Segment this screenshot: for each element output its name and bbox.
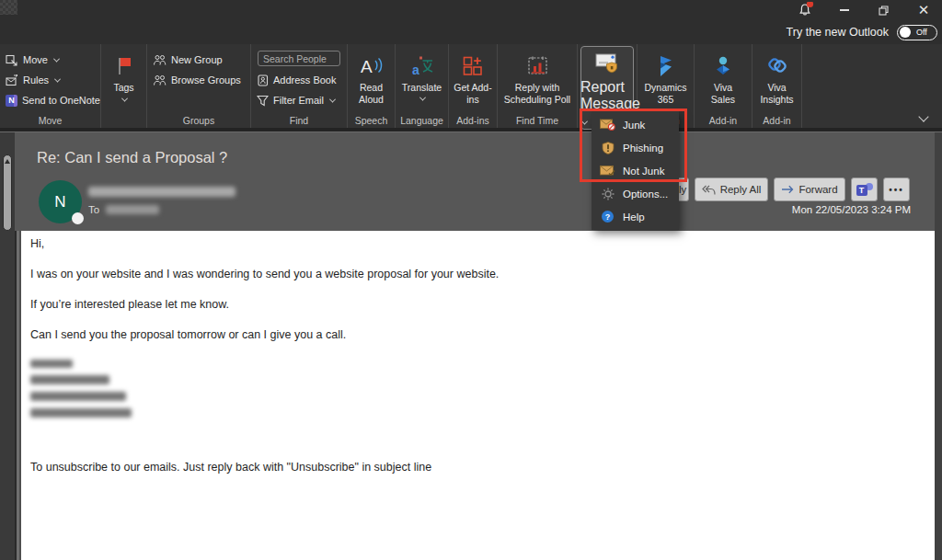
- group-label-addins: Add-ins: [449, 115, 497, 126]
- new-outlook-toggle[interactable]: Off: [897, 25, 937, 40]
- ribbon-group-move: Move Rules N Send to OneNote: [0, 44, 101, 128]
- ribbon-group-groups: New Group Browse Groups Groups: [147, 44, 251, 128]
- group-label-viva-insights: Add-in: [752, 115, 801, 126]
- try-new-outlook-label: Try the new Outlook: [787, 26, 889, 39]
- ribbon-group-speech: A Read Aloud Speech: [348, 44, 396, 128]
- menu-item-not-junk[interactable]: Not Junk: [592, 159, 679, 182]
- junk-envelope-icon: [600, 119, 615, 131]
- body-paragraph: Hi,: [30, 238, 925, 250]
- avatar-initial: N: [54, 193, 65, 211]
- send-to-onenote-button[interactable]: N Send to OneNote: [0, 90, 100, 110]
- forward-button[interactable]: Forward: [774, 177, 845, 201]
- restore-button[interactable]: [869, 0, 897, 20]
- ribbon-group-viva-insights: Viva Insights Add-in: [752, 44, 802, 128]
- scrollbar-thumb[interactable]: [3, 154, 12, 231]
- menu-item-help[interactable]: ? Help: [592, 205, 679, 228]
- chevron-down-icon: [581, 119, 588, 125]
- group-label-speech: Speech: [348, 115, 395, 126]
- ribbon-group-addins: Get Add-ins Add-ins: [449, 44, 498, 128]
- message-timestamp: Mon 22/05/2023 3:24 PM: [792, 204, 911, 215]
- signature-redacted: [30, 375, 109, 384]
- teams-icon: T: [856, 183, 873, 197]
- search-people-input[interactable]: [258, 51, 340, 66]
- group-label-move: Move: [0, 115, 100, 126]
- viva-sales-icon: [712, 51, 734, 82]
- address-book-button[interactable]: Address Book: [251, 70, 347, 90]
- unsubscribe-line: To unsubscribe to our emails. Just reply…: [30, 462, 925, 474]
- more-actions-button[interactable]: •••: [883, 177, 910, 201]
- group-label-find-time: Find Time: [498, 115, 577, 126]
- not-junk-envelope-icon: [600, 165, 615, 177]
- titlebar: ✕: [0, 0, 942, 20]
- rules-button[interactable]: Rules: [0, 70, 100, 90]
- menu-item-phishing[interactable]: Phishing: [592, 136, 679, 159]
- new-group-button[interactable]: New Group: [147, 50, 250, 70]
- menu-item-options[interactable]: Options...: [592, 182, 679, 205]
- toggle-state-label: Off: [916, 28, 927, 37]
- chevron-down-icon: [53, 55, 60, 62]
- sender-email-redacted: [88, 187, 236, 197]
- svg-text:a: a: [412, 63, 419, 77]
- more-actions-icon: •••: [889, 185, 904, 195]
- dynamics-365-icon: [656, 51, 676, 82]
- filter-email-button[interactable]: Filter Email: [251, 90, 347, 110]
- chevron-down-icon: [419, 95, 426, 101]
- tags-flag-icon: [115, 56, 133, 76]
- ribbon-group-language: a Translate Language: [396, 44, 449, 128]
- address-book-icon: [257, 74, 269, 86]
- body-paragraph: I was on your website and I was wonderin…: [30, 269, 925, 280]
- translate-icon: a: [411, 51, 433, 82]
- options-gear-icon: [600, 188, 615, 200]
- browse-groups-button[interactable]: Browse Groups: [147, 70, 250, 90]
- avatar[interactable]: N: [39, 180, 82, 223]
- scroll-up-arrow-icon: [5, 159, 10, 164]
- viva-insights-icon: [765, 51, 789, 82]
- phishing-shield-icon: [600, 142, 615, 154]
- body-paragraph: If you’re interested please let me know.: [30, 299, 925, 311]
- ribbon-group-find: Address Book Filter Email Find: [251, 44, 348, 128]
- minimize-button[interactable]: [831, 0, 858, 20]
- presence-indicator: [72, 212, 84, 224]
- close-icon: ✕: [918, 2, 930, 18]
- reading-pane: Re: Can I send a Proposal ? N To Reply: [0, 131, 942, 560]
- onenote-icon: N: [6, 95, 17, 107]
- open-in-teams-button[interactable]: T: [851, 177, 878, 201]
- new-outlook-bar: Try the new Outlook Off: [0, 20, 942, 44]
- new-group-icon: [153, 54, 167, 66]
- minimize-icon: [840, 9, 849, 11]
- reply-all-button[interactable]: Reply All: [695, 177, 768, 201]
- message-header: Re: Can I send a Proposal ? N To Reply: [15, 132, 935, 231]
- svg-text:A: A: [361, 57, 373, 76]
- reply-all-icon: [702, 185, 716, 195]
- report-message-icon: [593, 51, 621, 79]
- outlook-window: ✕ Try the new Outlook Off Move: [0, 0, 942, 560]
- signature-redacted: [30, 360, 73, 368]
- ribbon-group-tags: Tags: [101, 44, 147, 128]
- chevron-down-icon: [54, 75, 61, 82]
- corner-artifact: [0, 0, 17, 15]
- group-label-viva-sales: Add-in: [695, 115, 752, 126]
- ribbon: Move Rules N Send to OneNote: [0, 44, 942, 131]
- forward-arrow-icon: [781, 185, 794, 194]
- email-subject: Re: Can I send a Proposal ?: [37, 149, 227, 166]
- move-button[interactable]: Move: [0, 50, 100, 70]
- menu-item-junk[interactable]: Junk: [592, 113, 679, 136]
- rules-icon: [6, 74, 18, 86]
- left-scrollbar[interactable]: [0, 132, 15, 560]
- tags-button[interactable]: Tags: [101, 44, 146, 128]
- message-actions: Reply Reply All Forward: [641, 177, 910, 201]
- to-label: To: [88, 204, 99, 215]
- help-icon: ?: [600, 211, 615, 223]
- recipient-redacted: [106, 205, 159, 214]
- ribbon-group-viva-sales: Viva Sales Add-in: [695, 44, 752, 128]
- chevron-down-icon: [121, 96, 128, 102]
- notifications-bell-icon[interactable]: [793, 0, 821, 20]
- chevron-down-icon: [329, 96, 336, 102]
- ribbon-group-find-time: Reply with Scheduling Poll Find Time: [498, 44, 578, 128]
- toggle-knob: [900, 27, 911, 38]
- group-label-language: Language: [396, 115, 448, 126]
- group-label-find: Find: [251, 115, 347, 126]
- right-scrollbar[interactable]: [935, 132, 942, 560]
- close-button[interactable]: ✕: [909, 0, 938, 20]
- report-message-menu: Junk Phishing Not Junk: [592, 111, 679, 230]
